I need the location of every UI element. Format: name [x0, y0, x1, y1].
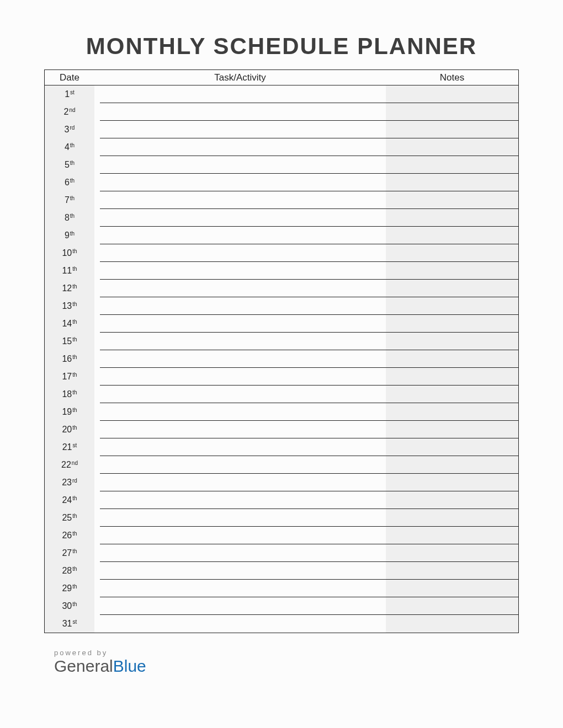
- task-cell[interactable]: [94, 297, 386, 315]
- notes-cell[interactable]: [386, 174, 518, 191]
- notes-cell[interactable]: [386, 280, 518, 297]
- column-header-notes: Notes: [386, 72, 518, 83]
- table-row: 30th: [45, 597, 518, 615]
- day-number: 9: [65, 231, 70, 240]
- notes-cell[interactable]: [386, 121, 518, 138]
- task-value: [100, 244, 386, 262]
- notes-cell[interactable]: [386, 262, 518, 280]
- date-cell: 31st: [45, 615, 94, 633]
- table-row: 15th: [45, 333, 518, 350]
- notes-cell[interactable]: [386, 297, 518, 315]
- day-ordinal: th: [72, 354, 77, 360]
- task-cell[interactable]: [94, 350, 386, 368]
- task-cell[interactable]: [94, 438, 386, 456]
- task-cell[interactable]: [94, 103, 386, 121]
- notes-cell[interactable]: [386, 138, 518, 156]
- table-row: 31st: [45, 615, 518, 633]
- notes-cell[interactable]: [386, 333, 518, 350]
- day-number: 10: [62, 248, 72, 258]
- task-cell[interactable]: [94, 209, 386, 227]
- day-ordinal: th: [72, 584, 77, 590]
- task-cell[interactable]: [94, 544, 386, 562]
- task-cell[interactable]: [94, 597, 386, 615]
- task-cell[interactable]: [94, 474, 386, 491]
- notes-cell[interactable]: [386, 191, 518, 209]
- task-cell[interactable]: [94, 280, 386, 297]
- notes-cell[interactable]: [386, 456, 518, 474]
- task-cell[interactable]: [94, 121, 386, 138]
- task-cell[interactable]: [94, 368, 386, 386]
- notes-cell[interactable]: [386, 562, 518, 580]
- day-ordinal: th: [72, 531, 77, 537]
- task-cell[interactable]: [94, 333, 386, 350]
- day-number: 26: [62, 531, 72, 540]
- notes-cell[interactable]: [386, 368, 518, 386]
- task-cell[interactable]: [94, 403, 386, 421]
- task-cell[interactable]: [94, 456, 386, 474]
- day-number: 25: [62, 513, 72, 523]
- notes-cell[interactable]: [386, 597, 518, 615]
- task-cell[interactable]: [94, 562, 386, 580]
- day-number: 21: [62, 442, 72, 452]
- date-cell: 11th: [45, 262, 94, 280]
- notes-cell[interactable]: [386, 209, 518, 227]
- table-row: 4th: [45, 138, 518, 156]
- task-cell[interactable]: [94, 262, 386, 280]
- task-value: [100, 491, 386, 509]
- notes-cell[interactable]: [386, 491, 518, 509]
- notes-cell[interactable]: [386, 103, 518, 121]
- footer: powered by GeneralBlue: [44, 649, 519, 676]
- notes-cell[interactable]: [386, 156, 518, 174]
- notes-cell[interactable]: [386, 386, 518, 403]
- task-cell[interactable]: [94, 174, 386, 191]
- task-cell[interactable]: [94, 156, 386, 174]
- day-ordinal: th: [70, 231, 75, 237]
- task-cell[interactable]: [94, 191, 386, 209]
- notes-cell[interactable]: [386, 315, 518, 333]
- task-cell[interactable]: [94, 138, 386, 156]
- task-value: [100, 262, 386, 280]
- column-header-task: Task/Activity: [94, 72, 386, 83]
- task-cell[interactable]: [94, 580, 386, 597]
- notes-cell[interactable]: [386, 85, 518, 103]
- task-cell[interactable]: [94, 421, 386, 438]
- task-cell[interactable]: [94, 227, 386, 244]
- task-cell[interactable]: [94, 386, 386, 403]
- notes-cell[interactable]: [386, 544, 518, 562]
- task-cell[interactable]: [94, 615, 386, 633]
- notes-cell[interactable]: [386, 509, 518, 527]
- notes-cell[interactable]: [386, 421, 518, 438]
- table-row: 9th: [45, 227, 518, 244]
- table-row: 6th: [45, 174, 518, 191]
- notes-cell[interactable]: [386, 244, 518, 262]
- notes-cell[interactable]: [386, 438, 518, 456]
- task-value: [100, 562, 386, 580]
- table-row: 7th: [45, 191, 518, 209]
- date-cell: 25th: [45, 509, 94, 527]
- notes-cell[interactable]: [386, 527, 518, 544]
- notes-cell[interactable]: [386, 227, 518, 244]
- table-row: 25th: [45, 509, 518, 527]
- task-cell[interactable]: [94, 315, 386, 333]
- day-ordinal: th: [72, 389, 77, 395]
- date-cell: 28th: [45, 562, 94, 580]
- task-value: [100, 297, 386, 315]
- notes-cell[interactable]: [386, 580, 518, 597]
- day-number: 4: [65, 142, 70, 152]
- task-cell[interactable]: [94, 85, 386, 103]
- notes-cell[interactable]: [386, 474, 518, 491]
- table-row: 10th: [45, 244, 518, 262]
- day-number: 30: [62, 601, 72, 611]
- task-cell[interactable]: [94, 527, 386, 544]
- table-row: 26th: [45, 527, 518, 544]
- table-body: 1st2nd3rd4th5th6th7th8th9th10th11th12th1…: [45, 85, 518, 633]
- notes-cell[interactable]: [386, 403, 518, 421]
- notes-cell[interactable]: [386, 350, 518, 368]
- task-cell[interactable]: [94, 244, 386, 262]
- brand-text-a: General: [54, 657, 113, 675]
- task-value: [100, 209, 386, 227]
- task-value: [100, 121, 386, 138]
- task-cell[interactable]: [94, 491, 386, 509]
- notes-cell[interactable]: [386, 615, 518, 633]
- task-cell[interactable]: [94, 509, 386, 527]
